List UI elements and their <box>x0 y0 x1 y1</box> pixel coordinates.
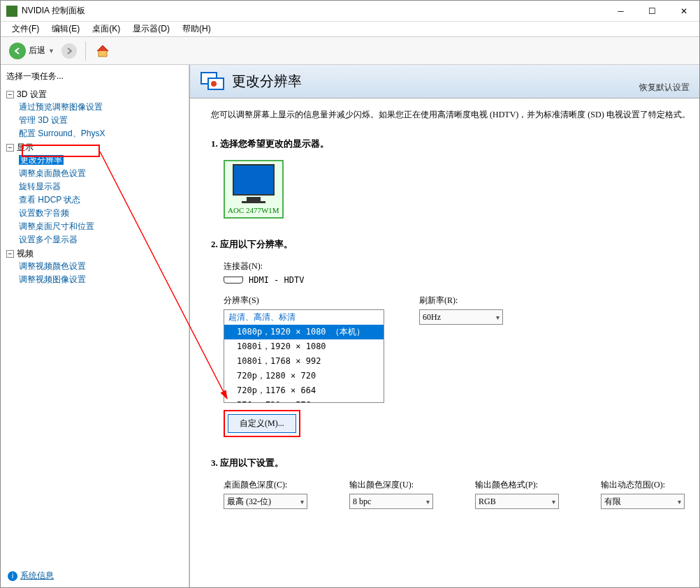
back-label: 后退 <box>29 45 45 57</box>
back-dropdown-icon: ▼ <box>48 47 54 54</box>
menu-help[interactable]: 帮助(H) <box>177 22 217 36</box>
tree-node-display[interactable]: 显示 <box>17 142 34 152</box>
resolution-item-720p-1280[interactable]: 720p，1280 × 720 <box>224 369 384 383</box>
resolution-item-720p-1176[interactable]: 720p，1176 × 664 <box>224 383 384 398</box>
forward-button[interactable] <box>61 43 77 59</box>
output-color-format-dropdown[interactable]: RGB ▾ <box>475 494 559 509</box>
output-dynamic-range-label: 输出动态范围(O): <box>601 479 685 491</box>
tree-toggle-display[interactable]: − <box>6 144 14 152</box>
desktop-color-depth-label: 桌面颜色深度(C): <box>224 479 307 491</box>
maximize-button[interactable]: ☐ <box>636 1 668 21</box>
tree-link-hdcp-status[interactable]: 查看 HDCP 状态 <box>19 195 80 205</box>
tree-link-manage-3d[interactable]: 管理 3D 设置 <box>19 115 68 125</box>
section1-title: 1. 选择您希望更改的显示器。 <box>211 138 697 150</box>
tree-link-preview-image[interactable]: 通过预览调整图像设置 <box>19 102 103 112</box>
minimize-button[interactable]: ─ <box>605 1 636 21</box>
output-color-depth-label: 输出颜色深度(U): <box>349 479 433 491</box>
resolution-item-1080i-1768[interactable]: 1080i，1768 × 992 <box>224 354 384 369</box>
resolution-item-576p[interactable]: 576p，720 × 576 <box>224 398 384 403</box>
nvidia-app-icon <box>6 6 17 17</box>
system-info-link[interactable]: i系统信息 <box>8 570 54 582</box>
custom-resolution-button[interactable]: 自定义(M)... <box>228 414 296 433</box>
tree-link-desktop-color[interactable]: 调整桌面颜色设置 <box>19 168 86 178</box>
svg-point-2 <box>211 81 217 87</box>
toolbar: 后退 ▼ <box>1 37 699 65</box>
menubar: 文件(F) 编辑(E) 桌面(K) 显示器(D) 帮助(H) <box>1 22 699 37</box>
tree-link-change-resolution[interactable]: 更改分辨率 <box>19 155 64 165</box>
tree-node-video[interactable]: 视频 <box>17 249 34 258</box>
chevron-down-icon: ▾ <box>678 498 681 506</box>
window-title: NVIDIA 控制面板 <box>22 5 605 17</box>
chevron-down-icon: ▾ <box>552 498 555 506</box>
task-tree: −3D 设置 通过预览调整图像设置 管理 3D 设置 配置 Surround、P… <box>3 88 186 287</box>
back-button[interactable]: 后退 ▼ <box>6 40 57 62</box>
page-pane: 更改分辨率 恢复默认设置 您可以调整屏幕上显示的信息量并减少闪烁。如果您正在使用… <box>189 65 699 587</box>
monitor-label: AOC 2477W1M <box>228 206 279 214</box>
resolution-listbox[interactable]: 超清、高清、标清 1080p，1920 × 1080 （本机） 1080i，19… <box>224 309 384 403</box>
toolbar-separator <box>85 41 86 61</box>
monitor-screen-icon <box>233 164 275 196</box>
page-title: 更改分辨率 <box>232 72 302 91</box>
resolution-label: 分辨率(S) <box>224 295 384 307</box>
refresh-label: 刷新率(R): <box>419 295 503 307</box>
menu-edit[interactable]: 编辑(E) <box>46 22 85 36</box>
hdmi-icon <box>224 277 243 284</box>
tree-link-surround[interactable]: 配置 Surround、PhysX <box>19 128 105 138</box>
resolution-item-1080i-1920[interactable]: 1080i，1920 × 1080 <box>224 339 384 354</box>
refresh-rate-dropdown[interactable]: 60Hz ▾ <box>419 309 503 325</box>
desktop-color-depth-dropdown[interactable]: 最高 (32-位) ▾ <box>224 494 307 509</box>
menu-display[interactable]: 显示器(D) <box>127 22 175 36</box>
chevron-down-icon: ▾ <box>300 498 304 506</box>
tree-link-multi-display[interactable]: 设置多个显示器 <box>19 235 78 244</box>
chevron-down-icon: ▾ <box>426 498 430 506</box>
info-icon: i <box>8 571 17 581</box>
monitor-thumbnail[interactable]: AOC 2477W1M <box>224 160 284 219</box>
resolution-item-1080p[interactable]: 1080p，1920 × 1080 （本机） <box>224 325 384 339</box>
connector-label: 连接器(N): <box>224 260 697 272</box>
tree-toggle-video[interactable]: − <box>6 250 14 258</box>
restore-defaults-link[interactable]: 恢复默认设置 <box>639 82 690 94</box>
close-button[interactable]: ✕ <box>668 1 699 21</box>
tree-link-digital-audio[interactable]: 设置数字音频 <box>19 208 69 218</box>
resolution-group-header: 超清、高清、标清 <box>224 310 384 325</box>
titlebar: NVIDIA 控制面板 ─ ☐ ✕ <box>1 1 699 22</box>
tree-link-desktop-size[interactable]: 调整桌面尺寸和位置 <box>19 221 94 231</box>
page-description: 您可以调整屏幕上显示的信息量并减少闪烁。如果您正在使用高清晰度电视 (HDTV)… <box>211 108 697 121</box>
menu-file[interactable]: 文件(F) <box>6 22 45 36</box>
home-button[interactable] <box>94 43 111 59</box>
tree-node-3d[interactable]: 3D 设置 <box>17 89 47 99</box>
page-header: 更改分辨率 恢复默认设置 <box>190 65 699 98</box>
output-color-depth-dropdown[interactable]: 8 bpc ▾ <box>349 494 433 509</box>
tree-link-video-color[interactable]: 调整视频颜色设置 <box>19 261 86 271</box>
output-dynamic-range-dropdown[interactable]: 有限 ▾ <box>601 494 685 509</box>
tree-link-rotate-display[interactable]: 旋转显示器 <box>19 182 61 191</box>
task-header: 选择一项任务... <box>3 69 186 88</box>
back-arrow-icon <box>9 43 26 59</box>
task-tree-pane: 选择一项任务... −3D 设置 通过预览调整图像设置 管理 3D 设置 配置 … <box>1 65 189 587</box>
section2-title: 2. 应用以下分辨率。 <box>211 238 697 251</box>
page-header-icon <box>200 71 225 92</box>
connector-value: HDMI - HDTV <box>249 275 304 285</box>
section3-title: 3. 应用以下设置。 <box>211 457 697 469</box>
tree-link-video-image[interactable]: 调整视频图像设置 <box>19 274 86 284</box>
menu-desktop[interactable]: 桌面(K) <box>87 22 126 36</box>
tree-toggle-3d[interactable]: − <box>6 91 14 98</box>
output-color-format-label: 输出颜色格式(P): <box>475 479 559 491</box>
chevron-down-icon: ▾ <box>496 314 500 321</box>
